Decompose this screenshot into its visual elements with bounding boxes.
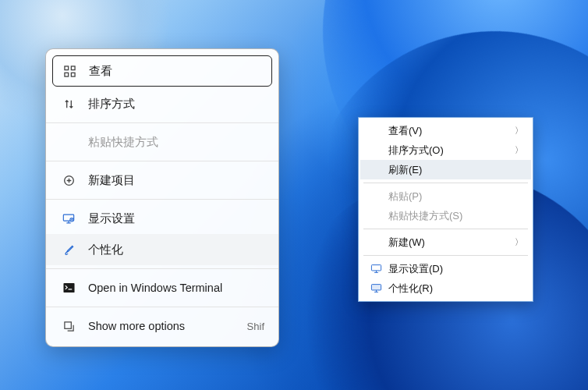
context-menu-primary: 查看 排序方式 粘贴快捷方式 新建项目 — [45, 48, 279, 347]
personalize-icon — [368, 283, 384, 293]
classic-item-paste-shortcut: 粘贴快捷方式(S) — [360, 206, 531, 225]
terminal-icon — [60, 282, 77, 293]
display-icon — [60, 213, 77, 225]
svg-rect-7 — [63, 283, 74, 292]
classic-item-label: 显示设置(D) — [388, 262, 523, 276]
sort-icon — [60, 98, 77, 110]
classic-item-label: 排序方式(O) — [388, 144, 515, 158]
svg-rect-10 — [371, 285, 381, 290]
svg-rect-9 — [371, 265, 381, 271]
menu-item-label: 粘贴快捷方式 — [88, 135, 264, 150]
menu-separator — [363, 183, 528, 183]
grid-icon — [61, 66, 78, 77]
menu-item-shortcut: Shif — [247, 321, 264, 332]
classic-item-view[interactable]: 查看(V) 〉 — [360, 121, 531, 140]
classic-item-paste: 粘贴(P) — [360, 186, 531, 206]
menu-item-label: 显示设置 — [88, 211, 264, 226]
menu-item-label: Open in Windows Terminal — [88, 282, 264, 294]
display-icon — [368, 264, 384, 274]
new-icon — [60, 175, 77, 186]
menu-item-label: 查看 — [89, 64, 264, 79]
chevron-right-icon: 〉 — [515, 144, 523, 156]
menu-separator — [46, 268, 278, 269]
classic-item-label: 刷新(E) — [388, 163, 523, 177]
svg-rect-0 — [64, 66, 68, 69]
menu-separator — [363, 229, 528, 229]
menu-separator — [46, 307, 278, 307]
classic-item-refresh[interactable]: 刷新(E) — [360, 160, 531, 179]
classic-item-label: 个性化(R) — [388, 282, 523, 296]
classic-item-new[interactable]: 新建(W) 〉 — [360, 232, 531, 252]
menu-separator — [46, 161, 278, 161]
classic-item-display-settings[interactable]: 显示设置(D) — [360, 259, 531, 278]
svg-rect-2 — [64, 73, 68, 76]
classic-item-sort[interactable]: 排序方式(O) 〉 — [360, 140, 531, 160]
menu-separator — [363, 255, 528, 256]
menu-item-view[interactable]: 查看 — [52, 55, 272, 87]
menu-separator — [46, 122, 278, 123]
menu-item-label: 排序方式 — [88, 97, 264, 112]
menu-item-sort[interactable]: 排序方式 — [46, 88, 278, 119]
classic-item-personalize[interactable]: 个性化(R) — [360, 278, 531, 298]
menu-item-personalize[interactable]: 个性化 — [46, 234, 278, 265]
svg-rect-8 — [64, 321, 70, 328]
classic-item-label: 粘贴(P) — [388, 190, 523, 204]
chevron-right-icon: 〉 — [515, 125, 523, 136]
menu-item-new[interactable]: 新建项目 — [46, 165, 278, 196]
svg-rect-3 — [71, 73, 75, 76]
menu-item-show-more[interactable]: Show more options Shif — [46, 310, 278, 342]
desktop-background[interactable]: 查看 排序方式 粘贴快捷方式 新建项目 — [0, 0, 588, 390]
menu-item-display-settings[interactable]: 显示设置 — [46, 203, 278, 234]
menu-item-label: 个性化 — [88, 243, 264, 257]
classic-item-label: 新建(W) — [388, 236, 515, 250]
menu-item-terminal[interactable]: Open in Windows Terminal — [46, 272, 278, 303]
classic-item-label: 粘贴快捷方式(S) — [388, 209, 523, 223]
brush-icon — [60, 244, 77, 256]
context-menu-classic: 查看(V) 〉 排序方式(O) 〉 刷新(E) 粘贴(P) 粘贴快捷方式(S) … — [358, 117, 533, 302]
chevron-right-icon: 〉 — [515, 236, 523, 248]
menu-item-label: Show more options — [88, 320, 247, 332]
menu-item-paste-shortcut: 粘贴快捷方式 — [46, 126, 278, 158]
menu-separator — [46, 199, 278, 200]
classic-item-label: 查看(V) — [388, 124, 515, 138]
more-options-icon — [60, 321, 77, 332]
menu-item-label: 新建项目 — [88, 173, 264, 188]
svg-rect-1 — [71, 66, 75, 69]
